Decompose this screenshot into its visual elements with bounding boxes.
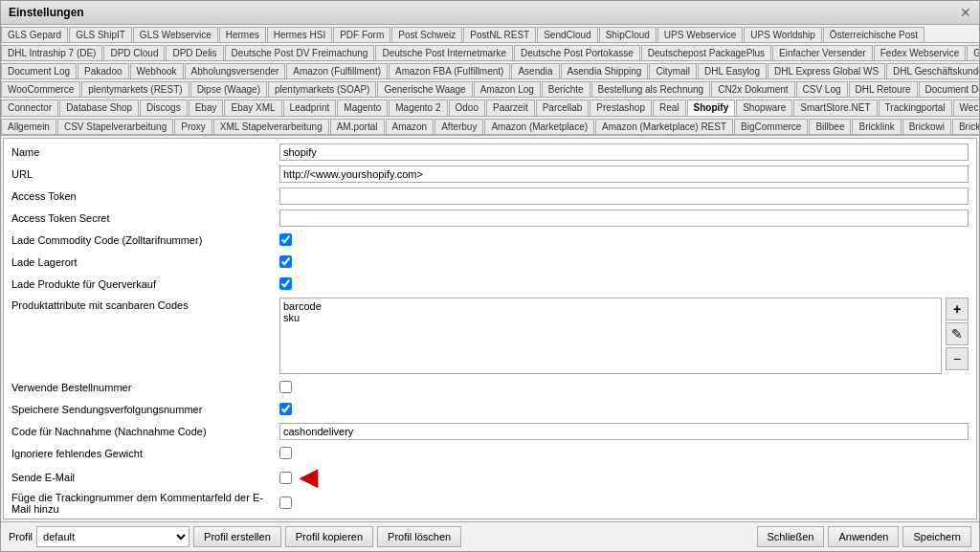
tab-brickowi[interactable]: Brickowi [902,119,951,134]
tab-dipse[interactable]: Dipse (Waage) [190,81,267,97]
tab-abholungsversender[interactable]: Abholungsversender [185,63,286,78]
apply-button[interactable]: Anwenden [828,526,899,547]
tab-gls-gepard[interactable]: GLS Gepard [1,27,68,42]
tab-deutsche-post-dv[interactable]: Deutsche Post DV Freimachung [225,45,375,60]
tab-connector[interactable]: Connector [1,99,58,116]
tab-hermes[interactable]: Hermes [219,27,266,42]
tab-amazon-marketplace-rest[interactable]: Amazon (Marketplace) REST [595,119,733,134]
tab-dhl-express[interactable]: DHL Express Global WS [768,63,885,78]
tab-allgemein[interactable]: Allgemein [1,119,56,134]
tab-dhl-retoure[interactable]: DHL Retoure [849,81,918,97]
tab-dpd-delis[interactable]: DPD Delis [166,45,223,60]
tab-am-portal[interactable]: AM.portal [330,119,385,134]
tab-real[interactable]: Real [653,99,686,116]
tab-document-downloader[interactable]: Document Downloader [919,81,979,97]
tab-bricklink[interactable]: Bricklink [852,119,901,134]
tab-asendia-shipping[interactable]: Asendia Shipping [561,63,649,78]
tab-bestellung-rechnung[interactable]: Bestellung als Rechnung [591,81,711,97]
tab-billbee[interactable]: Billbee [809,119,851,134]
tab-bigcommerce[interactable]: BigCommerce [734,119,808,134]
tab-shopify[interactable]: Shopify [687,99,736,116]
tab-magento2[interactable]: Magento 2 [389,99,447,116]
checkbox-sende-email[interactable] [279,472,292,484]
create-profile-button[interactable]: Profil erstellen [193,526,281,547]
tab-brickscout[interactable]: Brickscout [952,119,979,134]
tab-amazon-marketplace[interactable]: Amazon (Marketplace) [484,119,594,134]
tab-csv-log[interactable]: CSV Log [796,81,848,97]
tab-odoo[interactable]: Odoo [449,99,485,116]
edit-attribute-button[interactable]: ✎ [946,322,969,345]
tab-deutschepost-package[interactable]: Deutschepost PackagePlus [641,45,771,60]
checkbox-commodity[interactable] [279,233,292,246]
input-url[interactable] [279,166,969,183]
tab-hermes-hsi[interactable]: Hermes HSI [267,27,332,42]
tab-generische-waage[interactable]: Generische Waage [377,81,472,97]
tab-dpd-cloud[interactable]: DPD Cloud [103,45,165,60]
tab-weclapp[interactable]: Weclapp [953,99,979,116]
tab-csv-stapel[interactable]: CSV Stapelverarbeitung [57,119,173,134]
tab-gel-express[interactable]: GEL Express [967,45,979,60]
tab-gls-shipit[interactable]: GLS ShipIT [69,27,132,42]
checkbox-sendungsverfolgung[interactable] [279,403,292,415]
tab-document-log[interactable]: Document Log [1,63,77,78]
tab-dhl-easylog[interactable]: DHL Easylog [698,63,767,78]
tab-xml-stapel[interactable]: XML Stapelverarbeitung [213,119,329,134]
add-attribute-button[interactable]: + [946,298,969,320]
tab-einfacher-versender[interactable]: Einfacher Versender [772,45,873,60]
tab-berichte[interactable]: Berichte [542,81,590,97]
tab-postnl-rest[interactable]: PostNL REST [463,27,536,42]
profile-select[interactable]: default [36,526,189,547]
tab-afterbuy[interactable]: Afterbuy [434,119,483,134]
save-button[interactable]: Speichern [902,526,971,547]
tab-fedex[interactable]: Fedex Webservice [874,45,967,60]
tab-deutsche-post-internet[interactable]: Deutsche Post Internetmarke [375,45,513,60]
textarea-produktattribute[interactable]: barcode sku [279,298,942,374]
tab-ebay-xml[interactable]: Ebay XML [224,99,281,116]
tab-sendcloud[interactable]: SendCloud [537,27,597,42]
tab-pdf-form[interactable]: PDF Form [333,27,390,42]
tab-dhl-intraship[interactable]: DHL Intraship 7 (DE) [1,45,102,60]
tab-paarzeit[interactable]: Paarzeit [486,99,535,116]
close-button[interactable]: Schließen [757,526,825,547]
tab-asendia[interactable]: Asendia [511,63,559,78]
tab-amazon[interactable]: Amazon [386,119,434,134]
delete-profile-button[interactable]: Profil löschen [377,526,461,547]
tab-pakadoo[interactable]: Pakadoo [78,63,128,78]
checkbox-lagerort[interactable] [279,255,292,268]
tab-amazon-log[interactable]: Amazon Log [474,81,541,97]
tab-gls-webservice[interactable]: GLS Webservice [133,27,218,42]
tab-proxy[interactable]: Proxy [174,119,212,134]
tab-shipcloud[interactable]: ShipCloud [599,27,657,42]
tab-parcellab[interactable]: Parcellab [536,99,590,116]
tab-deutsche-post-porto[interactable]: Deutsche Post Portokasse [514,45,640,60]
checkbox-querverkauf[interactable] [279,277,292,290]
checkbox-tracking-email[interactable] [279,497,292,509]
checkbox-gewicht[interactable] [279,447,292,459]
tab-discogs[interactable]: Discogs [140,99,188,116]
tab-ups-worldship[interactable]: UPS Worldship [744,27,822,42]
tab-plentymarkets-rest[interactable]: plentymarkets (REST) [81,81,189,97]
copy-profile-button[interactable]: Profil kopieren [285,526,373,547]
tab-woocommerce[interactable]: WooCommerce [1,81,80,97]
tab-webhook[interactable]: Webhook [130,63,184,78]
tab-magento[interactable]: Magento [337,99,388,116]
tab-cn2x[interactable]: CN2x Dokument [711,81,794,97]
tab-citymail[interactable]: Citymail [649,63,697,78]
checkbox-bestellnummer[interactable] [279,381,292,393]
input-access-token[interactable] [279,188,969,205]
close-button[interactable]: ✕ [960,5,971,20]
input-access-token-secret[interactable] [279,210,969,227]
delete-attribute-button[interactable]: − [946,347,969,370]
input-nachnahme[interactable] [279,423,969,440]
tab-smartstore[interactable]: SmartStore.NET [793,99,877,116]
tab-post-schweiz[interactable]: Post Schweiz [391,27,462,42]
tab-trackingportal[interactable]: Trackingportal [879,99,952,116]
input-name[interactable] [279,144,969,161]
tab-osterreichische-post[interactable]: Österreichische Post [823,27,924,42]
tab-plentymarkets-soap[interactable]: plentymarkets (SOAP) [268,81,376,97]
tab-ebay[interactable]: Ebay [189,99,224,116]
tab-prestashop[interactable]: Prestashop [590,99,652,116]
tab-shopware[interactable]: Shopware [736,99,792,116]
tab-dhl-geschaeft[interactable]: DHL Geschäftskundenversand [886,63,979,78]
tab-leadprint[interactable]: Leadprint [283,99,337,116]
